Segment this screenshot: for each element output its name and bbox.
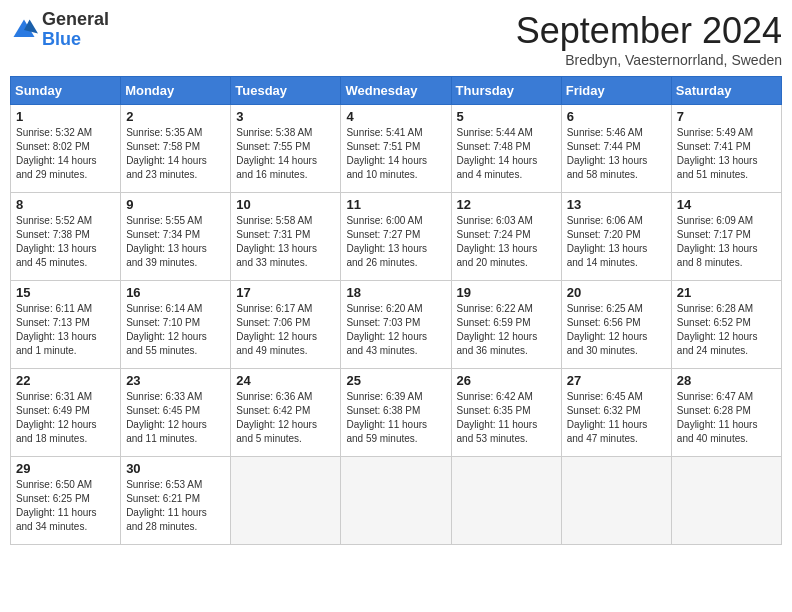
calendar-cell: 16Sunrise: 6:14 AM Sunset: 7:10 PM Dayli… [121, 281, 231, 369]
day-number: 15 [16, 285, 115, 300]
day-number: 19 [457, 285, 556, 300]
day-number: 23 [126, 373, 225, 388]
day-info: Sunrise: 6:50 AM Sunset: 6:25 PM Dayligh… [16, 478, 115, 534]
week-row-1: 1Sunrise: 5:32 AM Sunset: 8:02 PM Daylig… [11, 105, 782, 193]
calendar-cell [671, 457, 781, 545]
day-info: Sunrise: 5:44 AM Sunset: 7:48 PM Dayligh… [457, 126, 556, 182]
calendar-cell: 3Sunrise: 5:38 AM Sunset: 7:55 PM Daylig… [231, 105, 341, 193]
calendar-cell [231, 457, 341, 545]
calendar-cell: 8Sunrise: 5:52 AM Sunset: 7:38 PM Daylig… [11, 193, 121, 281]
calendar-cell: 27Sunrise: 6:45 AM Sunset: 6:32 PM Dayli… [561, 369, 671, 457]
calendar-cell: 18Sunrise: 6:20 AM Sunset: 7:03 PM Dayli… [341, 281, 451, 369]
day-number: 3 [236, 109, 335, 124]
day-info: Sunrise: 6:45 AM Sunset: 6:32 PM Dayligh… [567, 390, 666, 446]
day-number: 30 [126, 461, 225, 476]
day-number: 7 [677, 109, 776, 124]
day-info: Sunrise: 6:11 AM Sunset: 7:13 PM Dayligh… [16, 302, 115, 358]
calendar-cell: 2Sunrise: 5:35 AM Sunset: 7:58 PM Daylig… [121, 105, 231, 193]
calendar-cell: 4Sunrise: 5:41 AM Sunset: 7:51 PM Daylig… [341, 105, 451, 193]
calendar-cell: 13Sunrise: 6:06 AM Sunset: 7:20 PM Dayli… [561, 193, 671, 281]
calendar-cell: 1Sunrise: 5:32 AM Sunset: 8:02 PM Daylig… [11, 105, 121, 193]
day-number: 10 [236, 197, 335, 212]
calendar-cell: 23Sunrise: 6:33 AM Sunset: 6:45 PM Dayli… [121, 369, 231, 457]
day-info: Sunrise: 6:03 AM Sunset: 7:24 PM Dayligh… [457, 214, 556, 270]
day-number: 18 [346, 285, 445, 300]
calendar-cell: 17Sunrise: 6:17 AM Sunset: 7:06 PM Dayli… [231, 281, 341, 369]
calendar-table: SundayMondayTuesdayWednesdayThursdayFrid… [10, 76, 782, 545]
week-row-3: 15Sunrise: 6:11 AM Sunset: 7:13 PM Dayli… [11, 281, 782, 369]
day-info: Sunrise: 5:38 AM Sunset: 7:55 PM Dayligh… [236, 126, 335, 182]
calendar-cell: 5Sunrise: 5:44 AM Sunset: 7:48 PM Daylig… [451, 105, 561, 193]
day-number: 21 [677, 285, 776, 300]
calendar-cell: 21Sunrise: 6:28 AM Sunset: 6:52 PM Dayli… [671, 281, 781, 369]
weekday-header-monday: Monday [121, 77, 231, 105]
day-number: 27 [567, 373, 666, 388]
day-info: Sunrise: 5:35 AM Sunset: 7:58 PM Dayligh… [126, 126, 225, 182]
logo: General Blue [10, 10, 109, 50]
day-info: Sunrise: 6:31 AM Sunset: 6:49 PM Dayligh… [16, 390, 115, 446]
day-info: Sunrise: 6:22 AM Sunset: 6:59 PM Dayligh… [457, 302, 556, 358]
day-number: 29 [16, 461, 115, 476]
calendar-cell: 15Sunrise: 6:11 AM Sunset: 7:13 PM Dayli… [11, 281, 121, 369]
day-number: 13 [567, 197, 666, 212]
day-info: Sunrise: 6:47 AM Sunset: 6:28 PM Dayligh… [677, 390, 776, 446]
weekday-header-sunday: Sunday [11, 77, 121, 105]
weekday-header-wednesday: Wednesday [341, 77, 451, 105]
calendar-cell: 20Sunrise: 6:25 AM Sunset: 6:56 PM Dayli… [561, 281, 671, 369]
calendar-cell: 10Sunrise: 5:58 AM Sunset: 7:31 PM Dayli… [231, 193, 341, 281]
calendar-cell: 30Sunrise: 6:53 AM Sunset: 6:21 PM Dayli… [121, 457, 231, 545]
day-info: Sunrise: 6:36 AM Sunset: 6:42 PM Dayligh… [236, 390, 335, 446]
day-number: 4 [346, 109, 445, 124]
day-number: 24 [236, 373, 335, 388]
day-info: Sunrise: 6:25 AM Sunset: 6:56 PM Dayligh… [567, 302, 666, 358]
calendar-cell: 22Sunrise: 6:31 AM Sunset: 6:49 PM Dayli… [11, 369, 121, 457]
calendar-cell: 26Sunrise: 6:42 AM Sunset: 6:35 PM Dayli… [451, 369, 561, 457]
day-info: Sunrise: 6:14 AM Sunset: 7:10 PM Dayligh… [126, 302, 225, 358]
calendar-cell: 9Sunrise: 5:55 AM Sunset: 7:34 PM Daylig… [121, 193, 231, 281]
page-header: General Blue September 2024 Bredbyn, Vae… [10, 10, 782, 68]
day-info: Sunrise: 6:17 AM Sunset: 7:06 PM Dayligh… [236, 302, 335, 358]
weekday-header-row: SundayMondayTuesdayWednesdayThursdayFrid… [11, 77, 782, 105]
day-info: Sunrise: 6:06 AM Sunset: 7:20 PM Dayligh… [567, 214, 666, 270]
calendar-cell: 12Sunrise: 6:03 AM Sunset: 7:24 PM Dayli… [451, 193, 561, 281]
weekday-header-saturday: Saturday [671, 77, 781, 105]
logo-text: General Blue [42, 10, 109, 50]
day-info: Sunrise: 6:33 AM Sunset: 6:45 PM Dayligh… [126, 390, 225, 446]
day-number: 16 [126, 285, 225, 300]
calendar-cell: 6Sunrise: 5:46 AM Sunset: 7:44 PM Daylig… [561, 105, 671, 193]
logo-icon [10, 16, 38, 44]
day-info: Sunrise: 5:55 AM Sunset: 7:34 PM Dayligh… [126, 214, 225, 270]
day-number: 12 [457, 197, 556, 212]
calendar-cell [341, 457, 451, 545]
day-number: 2 [126, 109, 225, 124]
day-info: Sunrise: 5:32 AM Sunset: 8:02 PM Dayligh… [16, 126, 115, 182]
day-info: Sunrise: 5:41 AM Sunset: 7:51 PM Dayligh… [346, 126, 445, 182]
day-number: 14 [677, 197, 776, 212]
day-info: Sunrise: 6:39 AM Sunset: 6:38 PM Dayligh… [346, 390, 445, 446]
day-number: 9 [126, 197, 225, 212]
day-number: 11 [346, 197, 445, 212]
location-subtitle: Bredbyn, Vaesternorrland, Sweden [516, 52, 782, 68]
day-number: 17 [236, 285, 335, 300]
calendar-cell: 28Sunrise: 6:47 AM Sunset: 6:28 PM Dayli… [671, 369, 781, 457]
calendar-cell [451, 457, 561, 545]
day-info: Sunrise: 6:09 AM Sunset: 7:17 PM Dayligh… [677, 214, 776, 270]
day-info: Sunrise: 5:58 AM Sunset: 7:31 PM Dayligh… [236, 214, 335, 270]
week-row-2: 8Sunrise: 5:52 AM Sunset: 7:38 PM Daylig… [11, 193, 782, 281]
day-number: 26 [457, 373, 556, 388]
weekday-header-thursday: Thursday [451, 77, 561, 105]
calendar-cell: 24Sunrise: 6:36 AM Sunset: 6:42 PM Dayli… [231, 369, 341, 457]
day-info: Sunrise: 6:42 AM Sunset: 6:35 PM Dayligh… [457, 390, 556, 446]
week-row-4: 22Sunrise: 6:31 AM Sunset: 6:49 PM Dayli… [11, 369, 782, 457]
day-info: Sunrise: 5:52 AM Sunset: 7:38 PM Dayligh… [16, 214, 115, 270]
day-info: Sunrise: 6:00 AM Sunset: 7:27 PM Dayligh… [346, 214, 445, 270]
day-number: 8 [16, 197, 115, 212]
weekday-header-friday: Friday [561, 77, 671, 105]
week-row-5: 29Sunrise: 6:50 AM Sunset: 6:25 PM Dayli… [11, 457, 782, 545]
calendar-cell: 14Sunrise: 6:09 AM Sunset: 7:17 PM Dayli… [671, 193, 781, 281]
calendar-cell: 29Sunrise: 6:50 AM Sunset: 6:25 PM Dayli… [11, 457, 121, 545]
calendar-cell: 11Sunrise: 6:00 AM Sunset: 7:27 PM Dayli… [341, 193, 451, 281]
month-title: September 2024 [516, 10, 782, 52]
calendar-cell: 7Sunrise: 5:49 AM Sunset: 7:41 PM Daylig… [671, 105, 781, 193]
day-number: 5 [457, 109, 556, 124]
